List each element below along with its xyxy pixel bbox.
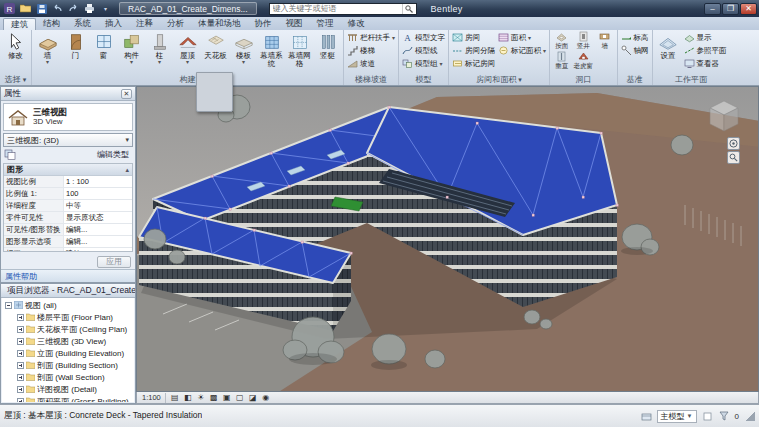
expand-box-icon[interactable] bbox=[17, 374, 24, 381]
infocenter-search[interactable] bbox=[269, 3, 417, 15]
ribbon-tab[interactable]: 插入 bbox=[98, 18, 129, 30]
opening-shaft-button[interactable]: 竖井 bbox=[574, 31, 594, 51]
search-binoculars-icon[interactable] bbox=[402, 4, 416, 14]
property-value[interactable]: 中等 bbox=[64, 200, 132, 211]
edit-type-button[interactable]: 编辑类型 bbox=[94, 148, 132, 161]
opening-wall-button[interactable]: 墙 bbox=[595, 31, 615, 51]
property-value[interactable]: 1 : 100 bbox=[64, 176, 132, 187]
ribbon-tab[interactable]: 结构 bbox=[36, 18, 67, 30]
tree-item[interactable]: 立面 (Building Elevation) bbox=[2, 347, 134, 359]
expand-box-icon[interactable] bbox=[17, 314, 24, 321]
close-button[interactable]: ✕ bbox=[740, 3, 757, 15]
opening-dormer-button[interactable]: 老虎窗 bbox=[574, 51, 594, 71]
apply-button[interactable]: 应用 bbox=[97, 256, 131, 268]
shadows-icon[interactable]: ▩ bbox=[208, 393, 220, 403]
temporary-hide-icon[interactable]: ◪ bbox=[247, 393, 259, 403]
tag-area-button[interactable]: 标记面积▾ bbox=[497, 44, 547, 57]
collapse-box-icon[interactable] bbox=[5, 302, 12, 309]
reveal-hidden-icon[interactable]: ◉ bbox=[260, 393, 272, 403]
door-button[interactable]: 门 bbox=[62, 31, 89, 60]
ceiling-button[interactable]: 天花板 bbox=[202, 31, 229, 60]
floor-button[interactable]: 楼板▾ bbox=[230, 31, 257, 64]
open-button[interactable] bbox=[18, 2, 33, 16]
crop-view-icon[interactable]: ▣ bbox=[221, 393, 233, 403]
drawing-area[interactable] bbox=[136, 86, 759, 392]
editable-only-checkbox[interactable] bbox=[701, 410, 714, 423]
property-value[interactable]: 显示原状态 bbox=[64, 212, 132, 223]
show-workplane-button[interactable]: 显示 bbox=[683, 31, 728, 44]
design-options-dropdown[interactable]: 主模型 ▼ bbox=[657, 410, 697, 423]
expand-box-icon[interactable] bbox=[17, 350, 24, 357]
model-group-button[interactable]: 模型组▾ bbox=[401, 57, 446, 70]
ramp-button[interactable]: 坡道 bbox=[346, 57, 396, 70]
mullion-button[interactable]: 竖梃 bbox=[314, 31, 341, 60]
property-value[interactable]: 编辑... bbox=[64, 236, 132, 247]
wall-button[interactable]: 墙▾ bbox=[34, 31, 61, 64]
stair-button[interactable]: 楼梯 bbox=[346, 44, 396, 57]
expand-box-icon[interactable] bbox=[17, 362, 24, 369]
tree-root-views[interactable]: 视图 (all) bbox=[2, 299, 134, 311]
roof-button[interactable]: 屋顶▾ bbox=[174, 31, 201, 64]
tree-item[interactable]: 剖面 (Building Section) bbox=[2, 359, 134, 371]
steering-wheel-icon[interactable] bbox=[727, 137, 740, 150]
expand-box-icon[interactable] bbox=[17, 386, 24, 393]
zoom-icon[interactable] bbox=[727, 151, 740, 164]
tree-item[interactable]: 剖面 (Wall Section) bbox=[2, 371, 134, 383]
tree-item[interactable]: 天花板平面 (Ceiling Plan) bbox=[2, 323, 134, 335]
tag-room-button[interactable]: 标记房间 bbox=[451, 57, 496, 70]
property-value[interactable]: 编辑... bbox=[64, 224, 132, 235]
visual-style-icon[interactable]: ◧ bbox=[182, 393, 194, 403]
redo-button[interactable] bbox=[66, 2, 81, 16]
tree-item[interactable]: 详图视图 (Detail) bbox=[2, 383, 134, 395]
component-button[interactable]: 构件▾ bbox=[118, 31, 145, 64]
print-button[interactable] bbox=[82, 2, 97, 16]
app-menu-button[interactable]: R bbox=[2, 2, 17, 16]
resize-grip-icon[interactable] bbox=[745, 411, 755, 421]
collapse-icon[interactable]: ▴ bbox=[125, 166, 129, 174]
minimize-button[interactable]: – bbox=[704, 3, 721, 15]
worksets-icon[interactable] bbox=[640, 410, 653, 423]
property-value[interactable]: 建筑 bbox=[64, 248, 132, 252]
panel-label-room-area[interactable]: 房间和面积 bbox=[449, 74, 549, 85]
ribbon-tab[interactable]: 协作 bbox=[248, 18, 279, 30]
opening-by-face-button[interactable]: 按面 bbox=[552, 31, 572, 51]
tree-item[interactable]: 面积平面 (Gross Building) bbox=[2, 395, 134, 402]
curtain-system-button[interactable]: 幕墙系统 bbox=[258, 31, 285, 68]
column-button[interactable]: 柱▾ bbox=[146, 31, 173, 64]
viewer-button[interactable]: 查看器 bbox=[683, 57, 728, 70]
qat-customize-button[interactable]: ▾ bbox=[98, 2, 113, 16]
show-crop-icon[interactable]: ▢ bbox=[234, 393, 246, 403]
maximize-button[interactable]: ❐ bbox=[722, 3, 739, 15]
ribbon-tab[interactable]: 视图 bbox=[279, 18, 310, 30]
railing-button[interactable]: 栏杆扶手▾ bbox=[346, 31, 396, 44]
room-button[interactable]: 房间 bbox=[451, 31, 496, 44]
filter-icon[interactable] bbox=[718, 410, 731, 423]
element-properties-icon[interactable] bbox=[4, 149, 16, 160]
curtain-grid-button[interactable]: 幕墙网格 bbox=[286, 31, 313, 68]
model-text-button[interactable]: A 模型文字 bbox=[401, 31, 446, 44]
opening-vertical-button[interactable]: 垂直 bbox=[552, 51, 572, 71]
ribbon-tab[interactable]: 分析 bbox=[160, 18, 191, 30]
detail-level-icon[interactable]: ▤ bbox=[169, 393, 181, 403]
grid-button[interactable]: 轴网 bbox=[620, 44, 650, 57]
tree-item[interactable]: 楼层平面 (Floor Plan) bbox=[2, 311, 134, 323]
model-line-button[interactable]: 模型线 bbox=[401, 44, 446, 57]
level-button[interactable]: 标高 bbox=[620, 31, 650, 44]
window-button[interactable]: 窗 bbox=[90, 31, 117, 60]
search-input[interactable] bbox=[270, 4, 402, 14]
ribbon-tab[interactable]: 系统 bbox=[67, 18, 98, 30]
expand-box-icon[interactable] bbox=[17, 398, 24, 403]
expand-box-icon[interactable] bbox=[17, 338, 24, 345]
property-value[interactable]: 100 bbox=[64, 188, 132, 199]
ribbon-tab[interactable]: 管理 bbox=[310, 18, 341, 30]
area-button[interactable]: 面积▾ bbox=[497, 31, 547, 44]
room-separator-button[interactable]: 房间分隔 bbox=[451, 44, 496, 57]
panel-label-select[interactable]: 选择 bbox=[0, 74, 31, 85]
ribbon-tab[interactable]: 建筑 bbox=[3, 18, 36, 30]
ribbon-tab[interactable]: 修改 bbox=[341, 18, 372, 30]
expand-box-icon[interactable] bbox=[17, 326, 24, 333]
ribbon-tab[interactable]: 体量和场地 bbox=[191, 18, 248, 30]
viewcube[interactable] bbox=[704, 95, 744, 135]
type-selector[interactable]: 三维视图: (3D) ▾ bbox=[3, 133, 133, 147]
ribbon-flyout[interactable] bbox=[196, 72, 233, 112]
